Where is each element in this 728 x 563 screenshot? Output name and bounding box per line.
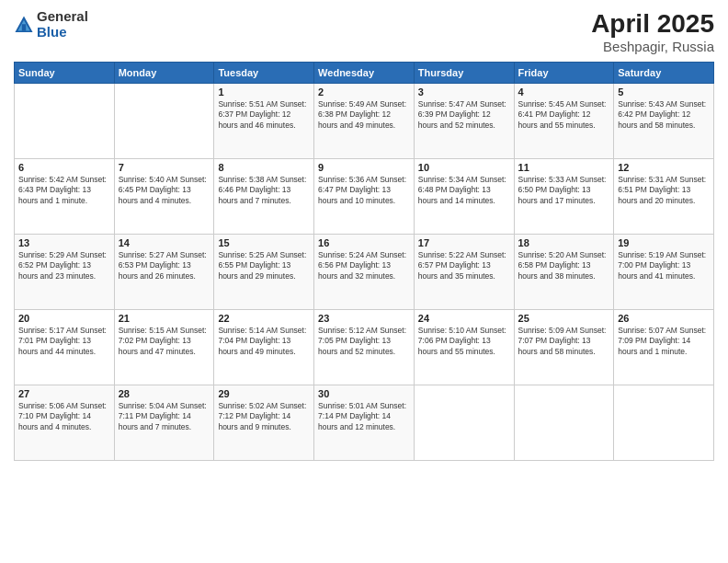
day-number: 15 (218, 237, 310, 248)
table-row: 16Sunrise: 5:24 AM Sunset: 6:56 PM Dayli… (314, 235, 415, 310)
day-number: 1 (218, 86, 310, 98)
table-row: 10Sunrise: 5:34 AM Sunset: 6:48 PM Dayli… (414, 159, 514, 235)
table-row: 20Sunrise: 5:17 AM Sunset: 7:01 PM Dayli… (15, 310, 115, 385)
day-number: 7 (119, 162, 210, 173)
table-row: 15Sunrise: 5:25 AM Sunset: 6:55 PM Dayli… (214, 235, 314, 310)
header: General Blue April 2025 Beshpagir, Russi… (14, 9, 714, 54)
table-row: 26Sunrise: 5:07 AM Sunset: 7:09 PM Dayli… (614, 310, 714, 385)
header-row: Sunday Monday Tuesday Wednesday Thursday… (15, 63, 714, 84)
logo-text: General Blue (37, 9, 88, 40)
day-number: 6 (18, 162, 110, 173)
day-info: Sunrise: 5:43 AM Sunset: 6:42 PM Dayligh… (618, 99, 710, 131)
day-number: 22 (218, 313, 310, 324)
table-row: 22Sunrise: 5:14 AM Sunset: 7:04 PM Dayli… (214, 310, 314, 385)
day-number: 3 (418, 86, 510, 98)
day-number: 20 (18, 313, 110, 324)
day-number: 2 (318, 86, 410, 98)
day-info: Sunrise: 5:25 AM Sunset: 6:55 PM Dayligh… (218, 250, 310, 282)
logo: General Blue (14, 9, 88, 40)
day-number: 14 (119, 237, 210, 248)
day-number: 24 (418, 313, 510, 324)
table-row: 17Sunrise: 5:22 AM Sunset: 6:57 PM Dayli… (414, 235, 514, 310)
table-row: 2Sunrise: 5:49 AM Sunset: 6:38 PM Daylig… (314, 84, 415, 159)
day-info: Sunrise: 5:15 AM Sunset: 7:02 PM Dayligh… (119, 326, 210, 357)
day-info: Sunrise: 5:36 AM Sunset: 6:47 PM Dayligh… (318, 175, 410, 206)
table-row (614, 385, 714, 461)
day-info: Sunrise: 5:27 AM Sunset: 6:53 PM Dayligh… (119, 250, 210, 282)
day-number: 16 (318, 237, 410, 248)
day-number: 10 (418, 162, 510, 173)
day-number: 17 (418, 237, 510, 248)
col-tuesday: Tuesday (214, 63, 314, 84)
day-info: Sunrise: 5:38 AM Sunset: 6:46 PM Dayligh… (218, 175, 310, 206)
day-info: Sunrise: 5:10 AM Sunset: 7:06 PM Dayligh… (418, 326, 510, 357)
table-row: 28Sunrise: 5:04 AM Sunset: 7:11 PM Dayli… (114, 385, 214, 461)
table-row: 25Sunrise: 5:09 AM Sunset: 7:07 PM Dayli… (514, 310, 614, 385)
day-number: 5 (618, 86, 710, 98)
location-title: Beshpagir, Russia (591, 39, 714, 54)
table-row (514, 385, 614, 461)
day-info: Sunrise: 5:01 AM Sunset: 7:14 PM Dayligh… (318, 401, 410, 432)
table-row: 12Sunrise: 5:31 AM Sunset: 6:51 PM Dayli… (614, 159, 714, 235)
day-info: Sunrise: 5:04 AM Sunset: 7:11 PM Dayligh… (119, 401, 210, 432)
day-number: 26 (618, 313, 710, 324)
day-info: Sunrise: 5:34 AM Sunset: 6:48 PM Dayligh… (418, 175, 510, 206)
col-monday: Monday (114, 63, 214, 84)
day-number: 21 (119, 313, 210, 324)
day-info: Sunrise: 5:07 AM Sunset: 7:09 PM Dayligh… (618, 326, 710, 357)
day-number: 27 (18, 388, 110, 399)
week-row-1: 6Sunrise: 5:42 AM Sunset: 6:43 PM Daylig… (15, 159, 714, 235)
title-block: April 2025 Beshpagir, Russia (591, 9, 714, 54)
day-info: Sunrise: 5:33 AM Sunset: 6:50 PM Dayligh… (518, 175, 610, 206)
table-row: 5Sunrise: 5:43 AM Sunset: 6:42 PM Daylig… (614, 84, 714, 159)
day-number: 23 (318, 313, 410, 324)
day-number: 8 (218, 162, 310, 173)
day-info: Sunrise: 5:19 AM Sunset: 7:00 PM Dayligh… (618, 250, 710, 282)
day-number: 29 (218, 388, 310, 399)
table-row: 11Sunrise: 5:33 AM Sunset: 6:50 PM Dayli… (514, 159, 614, 235)
day-info: Sunrise: 5:20 AM Sunset: 6:58 PM Dayligh… (518, 250, 610, 282)
table-row: 4Sunrise: 5:45 AM Sunset: 6:41 PM Daylig… (514, 84, 614, 159)
day-info: Sunrise: 5:31 AM Sunset: 6:51 PM Dayligh… (618, 175, 710, 206)
day-number: 18 (518, 237, 610, 248)
day-number: 9 (318, 162, 410, 173)
day-info: Sunrise: 5:12 AM Sunset: 7:05 PM Dayligh… (318, 326, 410, 357)
day-info: Sunrise: 5:22 AM Sunset: 6:57 PM Dayligh… (418, 250, 510, 282)
col-friday: Friday (514, 63, 614, 84)
day-number: 11 (518, 162, 610, 173)
table-row: 24Sunrise: 5:10 AM Sunset: 7:06 PM Dayli… (414, 310, 514, 385)
logo-general: General (37, 9, 88, 25)
day-info: Sunrise: 5:29 AM Sunset: 6:52 PM Dayligh… (18, 250, 110, 282)
col-wednesday: Wednesday (314, 63, 415, 84)
day-info: Sunrise: 5:14 AM Sunset: 7:04 PM Dayligh… (218, 326, 310, 357)
day-info: Sunrise: 5:49 AM Sunset: 6:38 PM Dayligh… (318, 99, 410, 131)
table-row: 23Sunrise: 5:12 AM Sunset: 7:05 PM Dayli… (314, 310, 415, 385)
day-info: Sunrise: 5:24 AM Sunset: 6:56 PM Dayligh… (318, 250, 410, 282)
table-row: 1Sunrise: 5:51 AM Sunset: 6:37 PM Daylig… (214, 84, 314, 159)
logo-blue: Blue (37, 25, 88, 40)
day-number: 19 (618, 237, 710, 248)
table-row: 8Sunrise: 5:38 AM Sunset: 6:46 PM Daylig… (214, 159, 314, 235)
table-row (414, 385, 514, 461)
day-info: Sunrise: 5:09 AM Sunset: 7:07 PM Dayligh… (518, 326, 610, 357)
table-row (15, 84, 115, 159)
table-row: 27Sunrise: 5:06 AM Sunset: 7:10 PM Dayli… (15, 385, 115, 461)
table-row: 14Sunrise: 5:27 AM Sunset: 6:53 PM Dayli… (114, 235, 214, 310)
table-row: 30Sunrise: 5:01 AM Sunset: 7:14 PM Dayli… (314, 385, 415, 461)
day-info: Sunrise: 5:42 AM Sunset: 6:43 PM Dayligh… (18, 175, 110, 206)
table-row: 21Sunrise: 5:15 AM Sunset: 7:02 PM Dayli… (114, 310, 214, 385)
calendar: Sunday Monday Tuesday Wednesday Thursday… (14, 62, 714, 461)
table-row: 6Sunrise: 5:42 AM Sunset: 6:43 PM Daylig… (15, 159, 115, 235)
day-number: 30 (318, 388, 410, 399)
col-saturday: Saturday (614, 63, 714, 84)
col-thursday: Thursday (414, 63, 514, 84)
table-row: 7Sunrise: 5:40 AM Sunset: 6:45 PM Daylig… (114, 159, 214, 235)
table-row: 29Sunrise: 5:02 AM Sunset: 7:12 PM Dayli… (214, 385, 314, 461)
week-row-0: 1Sunrise: 5:51 AM Sunset: 6:37 PM Daylig… (15, 84, 714, 159)
table-row: 3Sunrise: 5:47 AM Sunset: 6:39 PM Daylig… (414, 84, 514, 159)
week-row-2: 13Sunrise: 5:29 AM Sunset: 6:52 PM Dayli… (15, 235, 714, 310)
table-row: 19Sunrise: 5:19 AM Sunset: 7:00 PM Dayli… (614, 235, 714, 310)
day-info: Sunrise: 5:47 AM Sunset: 6:39 PM Dayligh… (418, 99, 510, 131)
day-info: Sunrise: 5:45 AM Sunset: 6:41 PM Dayligh… (518, 99, 610, 131)
svg-rect-2 (22, 24, 26, 30)
